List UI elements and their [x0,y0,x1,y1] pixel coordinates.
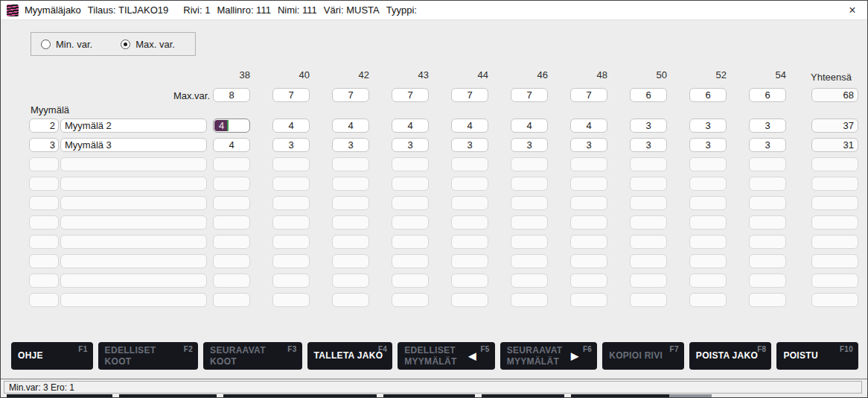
quantity-cell[interactable] [392,235,429,249]
store-name-cell[interactable] [60,177,207,191]
store-name-cell[interactable] [60,157,207,171]
quantity-cell[interactable] [451,235,488,249]
quantity-cell[interactable] [511,274,548,288]
quantity-cell[interactable] [272,235,310,249]
maxvar-cell[interactable]: 8 [213,88,250,102]
quantity-cell[interactable] [332,177,369,191]
quantity-cell[interactable]: 4 [570,119,607,133]
quantity-cell[interactable] [511,215,548,230]
quantity-cell[interactable] [213,254,250,268]
store-name-cell[interactable] [60,196,207,210]
store-name-cell[interactable]: Myymälä 3 [60,138,207,152]
quantity-cell[interactable] [630,235,667,249]
quantity-cell[interactable] [451,274,488,288]
store-id-cell[interactable] [29,274,59,288]
quantity-cell[interactable] [272,293,310,307]
maxvar-cell[interactable]: 7 [511,88,548,102]
quantity-cell[interactable] [451,215,488,230]
quantity-cell[interactable] [272,274,310,288]
quantity-cell[interactable] [689,274,727,288]
quantity-cell[interactable]: 4 [511,119,548,133]
quantity-cell[interactable] [332,293,369,307]
poistu-button[interactable]: POISTU F10 [776,342,858,370]
quantity-cell[interactable] [749,177,786,191]
quantity-cell[interactable] [213,215,250,230]
quantity-cell[interactable]: 3 [451,138,488,152]
quantity-cell[interactable] [272,254,310,268]
quantity-cell[interactable] [689,293,727,307]
quantity-cell[interactable] [392,293,429,307]
maxvar-cell[interactable]: 6 [689,88,727,102]
quantity-cell[interactable] [570,177,607,191]
quantity-cell[interactable] [213,196,250,210]
quantity-cell[interactable] [511,196,548,210]
quantity-cell[interactable] [272,157,310,171]
quantity-cell[interactable] [749,293,786,307]
quantity-cell[interactable] [213,235,250,249]
quantity-cell[interactable] [511,293,548,307]
quantity-cell[interactable] [332,196,369,210]
store-name-cell[interactable] [60,215,207,230]
store-id-cell[interactable] [29,196,59,210]
quantity-cell[interactable] [689,157,727,171]
quantity-cell[interactable] [451,177,488,191]
quantity-cell[interactable] [332,254,369,268]
quantity-cell[interactable] [332,157,369,171]
quantity-cell[interactable] [570,293,607,307]
quantity-cell[interactable] [630,177,667,191]
quantity-cell[interactable] [570,235,607,249]
quantity-cell[interactable] [689,196,727,210]
quantity-cell[interactable] [749,254,786,268]
quantity-cell[interactable]: 3 [749,119,786,133]
maxvar-cell[interactable]: 7 [332,88,369,102]
quantity-cell[interactable]: 4 [332,119,369,133]
quantity-cell[interactable] [630,293,667,307]
quantity-cell[interactable]: 4 [451,119,488,133]
store-id-cell[interactable]: 3 [29,138,59,152]
quantity-cell[interactable] [272,215,310,230]
ohje-button[interactable]: OHJE F1 [11,342,93,370]
radio-max-var[interactable]: Max. var. [121,39,175,50]
quantity-cell[interactable] [689,254,727,268]
maxvar-cell[interactable]: 7 [451,88,488,102]
quantity-cell[interactable] [213,177,250,191]
poista-jako-button[interactable]: POISTA JAKO F8 [689,342,772,370]
quantity-cell[interactable] [451,157,488,171]
quantity-cell[interactable]: 4 [213,138,250,152]
quantity-cell[interactable] [749,274,786,288]
quantity-cell[interactable] [272,196,310,210]
quantity-cell[interactable] [392,157,429,171]
quantity-cell[interactable] [332,215,369,230]
quantity-cell[interactable] [392,254,429,268]
quantity-cell[interactable]: 4 [272,119,310,133]
quantity-cell[interactable]: 3 [689,138,727,152]
quantity-cell[interactable] [213,293,250,307]
maxvar-cell[interactable]: 7 [272,88,310,102]
radio-min-var[interactable]: Min. var. [41,39,92,50]
quantity-cell[interactable] [511,157,548,171]
maxvar-cell[interactable]: 7 [392,88,429,102]
quantity-cell[interactable]: 3 [689,119,727,133]
quantity-cell[interactable]: 3 [630,138,667,152]
close-icon[interactable]: × [843,1,861,19]
quantity-cell[interactable] [213,274,250,288]
quantity-cell[interactable] [570,254,607,268]
quantity-cell[interactable] [570,215,607,230]
quantity-cell[interactable]: 3 [272,138,310,152]
quantity-cell[interactable] [570,274,607,288]
quantity-cell[interactable]: 3 [511,138,548,152]
store-id-cell[interactable] [29,293,59,307]
quantity-cell[interactable] [570,157,607,171]
quantity-cell[interactable] [511,254,548,268]
quantity-cell[interactable] [511,235,548,249]
store-name-cell[interactable] [60,235,207,249]
quantity-cell[interactable]: 3 [392,138,429,152]
maxvar-cell[interactable]: 7 [570,88,607,102]
quantity-cell[interactable] [749,157,786,171]
quantity-cell[interactable]: 4 [392,119,429,133]
store-id-cell[interactable] [29,157,59,171]
quantity-cell[interactable] [630,157,667,171]
quantity-cell[interactable] [749,196,786,210]
quantity-cell[interactable] [570,196,607,210]
store-id-cell[interactable]: 2 [29,119,59,133]
